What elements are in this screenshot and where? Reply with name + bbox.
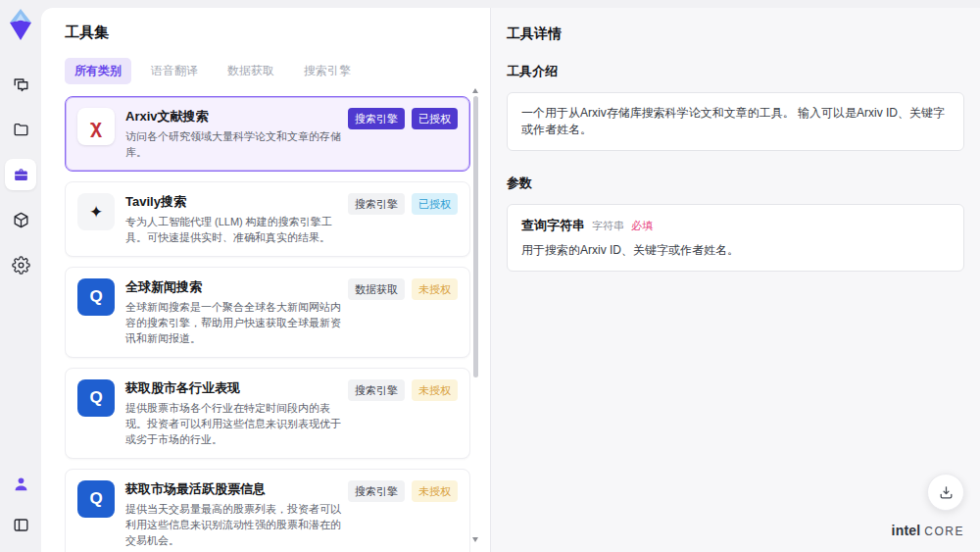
category-badge: 搜索引擎 <box>348 379 405 401</box>
tool-desc: 访问各个研究领域大量科学论文和文章的存储库。 <box>125 128 343 160</box>
tool-card-global-news[interactable]: Q 全球新闻搜索 全球新闻搜索是一个聚合全球各大新闻网站内容的搜索引擎，帮助用户… <box>65 267 470 358</box>
card-badges: 数据获取 未授权 <box>354 278 458 346</box>
card-badges: 搜索引擎 未授权 <box>354 480 458 548</box>
tool-desc: 全球新闻搜索是一个聚合全球各大新闻网站内容的搜索引擎，帮助用户快速获取全球最新资… <box>125 299 343 346</box>
tool-name: 全球新闻搜索 <box>125 278 343 295</box>
auth-status-badge: 已授权 <box>412 108 458 129</box>
auth-status-badge: 已授权 <box>412 193 458 215</box>
card-badges: 搜索引擎 未授权 <box>354 379 458 447</box>
arxiv-logo-icon: χ <box>77 108 115 145</box>
category-badge: 搜索引擎 <box>348 108 405 129</box>
core-wordmark: CORE <box>924 525 964 538</box>
cube-icon[interactable] <box>5 204 36 235</box>
tool-desc: 提供股票市场各个行业在特定时间段内的表现。投资者可以利用这些信息来识别表现优于或… <box>125 400 343 447</box>
detail-title: 工具详情 <box>507 25 964 43</box>
profile-avatar-icon[interactable] <box>5 468 36 499</box>
tool-name: Arxiv文献搜索 <box>125 108 343 125</box>
intro-box: 一个用于从Arxiv存储库搜索科学论文和文章的工具。 输入可以是Arxiv ID… <box>507 92 964 151</box>
card-badges: 搜索引擎 已授权 <box>354 108 458 160</box>
card-body: 获取市场最活跃股票信息 提供当天交易量最高的股票列表，投资者可以利用这些信息来识… <box>125 480 343 548</box>
settings-gear-icon[interactable] <box>5 249 36 280</box>
tool-desc: 专为人工智能代理 (LLM) 构建的搜索引擎工具。可快速提供实时、准确和真实的结… <box>125 214 343 245</box>
rail-bottom <box>5 468 36 540</box>
tool-name: Tavily搜索 <box>125 193 343 210</box>
card-body: 全球新闻搜索 全球新闻搜索是一个聚合全球各大新闻网站内容的搜索引擎，帮助用户快速… <box>125 278 343 346</box>
card-body: Arxiv文献搜索 访问各个研究领域大量科学论文和文章的存储库。 <box>125 108 343 160</box>
intel-wordmark: intel <box>892 523 921 538</box>
category-badge: 搜索引擎 <box>348 480 405 502</box>
params-heading: 参数 <box>507 175 964 192</box>
news-search-icon: Q <box>77 278 115 316</box>
page-title: 工具集 <box>65 24 490 42</box>
main-surface: 工具集 所有类别 语音翻译 数据获取 搜索引擎 χ Arxiv文献搜索 访问各个… <box>41 8 980 552</box>
category-tabs: 所有类别 语音翻译 数据获取 搜索引擎 <box>65 58 490 84</box>
folder-icon[interactable] <box>5 114 36 145</box>
rail-nav <box>5 69 36 280</box>
tool-card-tavily[interactable]: ✦ Tavily搜索 专为人工智能代理 (LLM) 构建的搜索引擎工具。可快速提… <box>65 181 470 257</box>
tool-desc: 提供当天交易量最高的股票列表，投资者可以利用这些信息来识别流动性强的股票和潜在的… <box>125 501 343 548</box>
category-badge: 搜索引擎 <box>348 193 405 215</box>
parameter-desc: 用于搜索的Arxiv ID、关键字或作者姓名。 <box>521 242 950 259</box>
chat-icon[interactable] <box>5 69 36 100</box>
parameter-box: 查询字符串 字符串 必填 用于搜索的Arxiv ID、关键字或作者姓名。 <box>507 204 964 272</box>
auth-status-badge: 未授权 <box>412 480 458 502</box>
card-body: Tavily搜索 专为人工智能代理 (LLM) 构建的搜索引擎工具。可快速提供实… <box>125 193 343 245</box>
tab-search-engine[interactable]: 搜索引擎 <box>294 58 361 84</box>
app-window: 工具集 所有类别 语音翻译 数据获取 搜索引擎 χ Arxiv文献搜索 访问各个… <box>0 0 980 552</box>
category-badge: 数据获取 <box>348 278 405 300</box>
tool-card-arxiv[interactable]: χ Arxiv文献搜索 访问各个研究领域大量科学论文和文章的存储库。 搜索引擎 … <box>65 96 470 172</box>
intel-core-logo: intel CORE <box>892 523 964 538</box>
stock-sector-icon: Q <box>77 379 115 417</box>
tab-voice-translation[interactable]: 语音翻译 <box>141 58 208 84</box>
tool-detail-panel: 工具详情 工具介绍 一个用于从Arxiv存储库搜索科学论文和文章的工具。 输入可… <box>491 8 980 552</box>
required-badge: 必填 <box>631 219 653 233</box>
auth-status-badge: 未授权 <box>412 278 458 300</box>
tool-card-list: χ Arxiv文献搜索 访问各个研究领域大量科学论文和文章的存储库。 搜索引擎 … <box>65 96 470 552</box>
intro-heading: 工具介绍 <box>507 63 964 80</box>
tab-data-fetch[interactable]: 数据获取 <box>218 58 284 84</box>
panel-toggle-icon[interactable] <box>5 509 36 540</box>
tab-all-categories[interactable]: 所有类别 <box>65 58 131 84</box>
app-logo-icon <box>6 8 35 41</box>
card-body: 获取股市各行业表现 提供股票市场各个行业在特定时间段内的表现。投资者可以利用这些… <box>125 379 343 447</box>
left-icon-rail <box>0 0 41 552</box>
tool-name: 获取市场最活跃股票信息 <box>125 480 343 497</box>
active-stocks-icon: Q <box>77 480 115 518</box>
parameter-name: 查询字符串 <box>521 217 585 234</box>
parameter-type: 字符串 <box>592 219 624 233</box>
tool-card-active-stocks[interactable]: Q 获取市场最活跃股票信息 提供当天交易量最高的股票列表，投资者可以利用这些信息… <box>65 469 470 552</box>
auth-status-badge: 未授权 <box>412 379 458 401</box>
scrollbar-thumb[interactable] <box>473 96 478 377</box>
scroll-down-arrow-icon[interactable] <box>472 537 478 542</box>
scroll-up-arrow-icon[interactable] <box>472 88 478 93</box>
tools-panel: 工具集 所有类别 语音翻译 数据获取 搜索引擎 χ Arxiv文献搜索 访问各个… <box>41 8 491 552</box>
download-button[interactable] <box>927 474 964 511</box>
list-scrollbar[interactable] <box>472 88 478 542</box>
intro-text: 一个用于从Arxiv存储库搜索科学论文和文章的工具。 输入可以是Arxiv ID… <box>521 105 950 138</box>
parameter-header: 查询字符串 字符串 必填 <box>521 217 950 234</box>
tool-name: 获取股市各行业表现 <box>125 379 343 396</box>
toolbox-icon[interactable] <box>5 159 36 190</box>
tool-card-stock-sector[interactable]: Q 获取股市各行业表现 提供股票市场各个行业在特定时间段内的表现。投资者可以利用… <box>65 368 470 459</box>
card-badges: 搜索引擎 已授权 <box>354 193 458 245</box>
tavily-star-icon: ✦ <box>77 193 115 230</box>
